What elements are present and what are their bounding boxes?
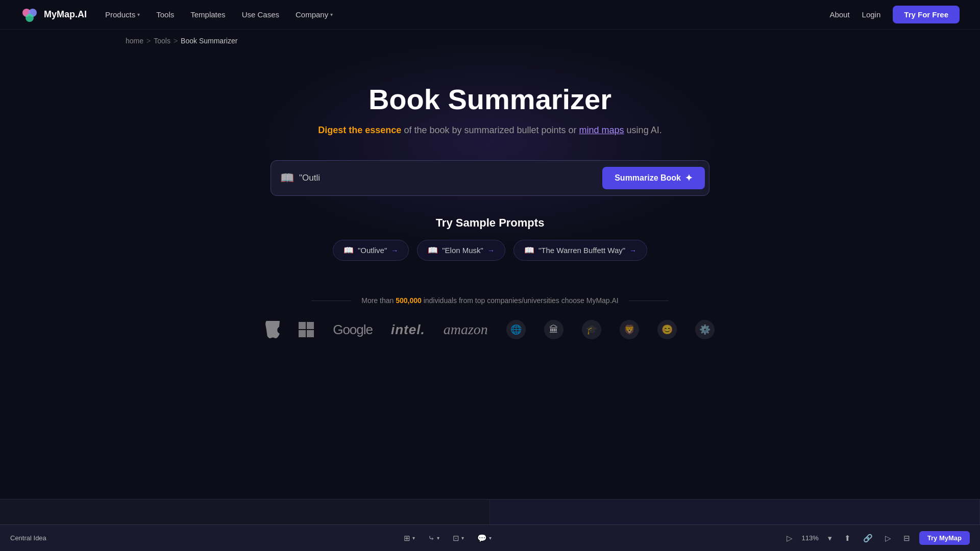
preview-cell-center <box>490 499 980 524</box>
subtitle-mind-maps-link[interactable]: mind maps <box>579 125 624 135</box>
toolbar-comment-button[interactable]: 💬 ▾ <box>474 532 495 545</box>
sample-prompts-title: Try Sample Prompts <box>436 216 545 230</box>
grid-icon: ⊟ <box>903 534 910 543</box>
add-node-icon: ⊞ <box>404 534 410 543</box>
toolbar-grid-button[interactable]: ⊟ <box>900 532 913 545</box>
subtitle-highlight: Digest the essence <box>318 125 401 135</box>
sample-chip-warren[interactable]: 📖 "The Warren Buffett Way" → <box>513 240 647 261</box>
divider-right <box>629 300 669 301</box>
try-mymap-button[interactable]: Try MyMap <box>919 531 970 545</box>
company-logo-7: 🏛 <box>544 320 564 339</box>
nav-left: MyMap.AI Products ▾ Tools Templates Use … <box>20 6 333 24</box>
toolbar-preview <box>0 499 980 524</box>
try-free-button[interactable]: Try For Free <box>893 6 960 23</box>
toolbar-present-button[interactable]: ▷ <box>882 532 894 545</box>
svg-rect-4 <box>307 322 314 329</box>
toolbar-layout-button[interactable]: ⊡ ▾ <box>450 532 467 545</box>
company-logos-row: Google intel. amazon 🌐 🏛 🎓 🦁 😊 ⚙️ <box>265 320 715 339</box>
nav-about[interactable]: About <box>829 10 849 19</box>
zoom-chevron-icon: ▾ <box>828 534 832 543</box>
chip-book-icon-2: 📖 <box>524 245 534 255</box>
nav-right: About Login Try For Free <box>829 6 960 23</box>
nav-links: Products ▾ Tools Templates Use Cases Com… <box>105 10 333 19</box>
intel-logo: intel. <box>391 322 425 338</box>
apple-logo <box>265 321 280 338</box>
svg-point-2 <box>26 14 34 22</box>
social-proof-section: More than 500,000 individuals from top c… <box>0 296 980 360</box>
toolbar-play-button[interactable]: ▷ <box>783 532 796 545</box>
toolbar-center: ⊞ ▾ ⤷ ▾ ⊡ ▾ 💬 ▾ <box>120 532 775 545</box>
export-icon: ⬆ <box>844 534 851 543</box>
search-box: 📖 Summarize Book ✦ <box>271 160 709 196</box>
zoom-level: 113% <box>802 534 819 542</box>
preview-cell-left <box>0 499 490 524</box>
svg-rect-3 <box>299 322 306 329</box>
nav-tools[interactable]: Tools <box>156 10 174 19</box>
bottom-toolbar: Central Idea ⊞ ▾ ⤷ ▾ ⊡ ▾ 💬 ▾ ▷ 113% ▾ ⬆ <box>0 524 980 551</box>
google-logo: Google <box>333 322 373 338</box>
chip-arrow-0: → <box>391 246 398 255</box>
toolbar-export-button[interactable]: ⬆ <box>841 532 854 545</box>
nav-templates[interactable]: Templates <box>190 10 225 19</box>
breadcrumb: home > Tools > Book Summarizer <box>0 30 980 52</box>
comment-icon: 💬 <box>477 534 487 543</box>
toolbar-zoom-chevron[interactable]: ▾ <box>825 532 835 545</box>
svg-rect-6 <box>307 330 314 337</box>
svg-rect-5 <box>299 330 306 337</box>
toolbar-chevron-3: ▾ <box>461 535 464 541</box>
nav-login[interactable]: Login <box>862 10 881 19</box>
breadcrumb-tools[interactable]: Tools <box>154 37 170 45</box>
microsoft-logo <box>298 321 314 338</box>
company-logo-10: 😊 <box>657 320 677 339</box>
company-chevron-icon: ▾ <box>330 12 333 17</box>
sparkle-icon: ✦ <box>685 172 693 184</box>
chip-book-icon-1: 📖 <box>428 245 438 255</box>
sample-chip-elon[interactable]: 📖 "Elon Musk" → <box>417 240 505 261</box>
chip-label-0: "Outlive" <box>358 246 387 255</box>
logo-icon <box>20 6 39 24</box>
toolbar-add-node-button[interactable]: ⊞ ▾ <box>401 532 418 545</box>
social-proof-number: 500,000 <box>396 296 422 305</box>
company-logo-11: ⚙️ <box>695 320 715 339</box>
subtitle-post: using AI. <box>624 125 662 135</box>
breadcrumb-home[interactable]: home <box>126 37 143 45</box>
navbar: MyMap.AI Products ▾ Tools Templates Use … <box>0 0 980 30</box>
chip-book-icon-0: 📖 <box>344 245 354 255</box>
amazon-logo: amazon <box>444 321 488 338</box>
logo[interactable]: MyMap.AI <box>20 6 87 24</box>
chip-arrow-1: → <box>487 246 495 255</box>
social-proof-text: More than 500,000 individuals from top c… <box>361 296 619 305</box>
chip-label-2: "The Warren Buffett Way" <box>538 246 625 255</box>
search-input[interactable] <box>299 173 602 183</box>
products-chevron-icon: ▾ <box>137 12 140 17</box>
nav-products[interactable]: Products ▾ <box>105 10 140 19</box>
company-logo-8: 🎓 <box>582 320 601 339</box>
toolbar-chevron-2: ▾ <box>437 535 439 541</box>
toolbar-share-button[interactable]: 🔗 <box>860 532 876 545</box>
content-wrapper: Book Summarizer Digest the essence of th… <box>0 83 980 360</box>
toolbar-chevron-4: ▾ <box>489 535 492 541</box>
play-icon: ▷ <box>787 534 793 543</box>
social-text-post: individuals from top companies/universit… <box>422 296 619 305</box>
toolbar-connector-button[interactable]: ⤷ ▾ <box>425 532 443 545</box>
nav-company[interactable]: Company ▾ <box>296 10 333 19</box>
company-logo-6: 🌐 <box>506 320 526 339</box>
main-content: Book Summarizer Digest the essence of th… <box>0 52 980 360</box>
book-icon: 📖 <box>280 171 294 185</box>
toolbar-central-idea: Central Idea <box>10 534 46 542</box>
sample-chip-outlive[interactable]: 📖 "Outlive" → <box>333 240 409 261</box>
connector-icon: ⤷ <box>428 534 435 543</box>
layout-icon: ⊡ <box>453 534 459 543</box>
summarize-button[interactable]: Summarize Book ✦ <box>602 167 705 189</box>
sample-chips-row: 📖 "Outlive" → 📖 "Elon Musk" → 📖 "The War… <box>333 240 647 261</box>
breadcrumb-sep2: > <box>174 37 178 45</box>
toolbar-chevron-1: ▾ <box>412 535 415 541</box>
social-divider-row: More than 500,000 individuals from top c… <box>311 296 669 305</box>
breadcrumb-current: Book Summarizer <box>181 37 237 45</box>
chip-label-1: "Elon Musk" <box>442 246 483 255</box>
social-text-pre: More than <box>361 296 396 305</box>
nav-use-cases[interactable]: Use Cases <box>242 10 279 19</box>
logo-text: MyMap.AI <box>44 9 87 20</box>
chip-arrow-2: → <box>629 246 636 255</box>
summarize-label: Summarize Book <box>615 173 681 183</box>
